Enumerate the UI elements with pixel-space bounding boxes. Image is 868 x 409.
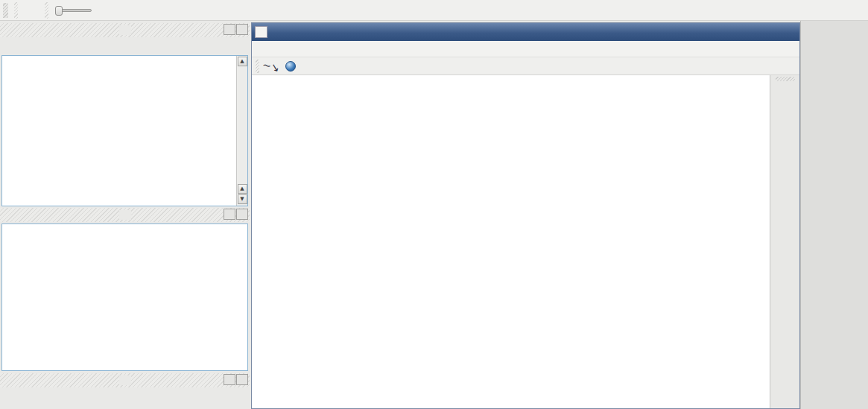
project-tree bbox=[2, 56, 247, 57]
project-panel-title bbox=[0, 25, 250, 35]
visibility-float-button[interactable] bbox=[224, 374, 235, 385]
setup-panel-title bbox=[0, 210, 250, 220]
zoom-slider-handle[interactable] bbox=[55, 6, 63, 16]
setup-close-button[interactable] bbox=[236, 209, 248, 220]
layout-3d-scene bbox=[252, 75, 770, 408]
scroll-up-button[interactable]: ▲ bbox=[238, 57, 247, 66]
layout-titlebar[interactable] bbox=[252, 23, 799, 41]
layout-window: ∼↘ bbox=[251, 22, 800, 409]
setup-panel-header bbox=[0, 208, 250, 222]
scroll-down-button[interactable]: ▼ bbox=[238, 194, 247, 204]
zoom-slider bbox=[56, 9, 96, 12]
project-close-button[interactable] bbox=[236, 24, 248, 35]
layout-canvas[interactable] bbox=[252, 75, 770, 408]
menubar-drag-handle[interactable] bbox=[3, 3, 8, 18]
setup-tree bbox=[2, 224, 247, 227]
project-tree-panel: ▲ ▲ ▼ bbox=[1, 55, 248, 206]
sphere-button[interactable] bbox=[282, 59, 299, 74]
project-float-button[interactable] bbox=[224, 24, 235, 35]
setup-float-button[interactable] bbox=[224, 209, 235, 220]
draw-curve-button[interactable]: ∼↘ bbox=[263, 59, 279, 74]
zoom-slider-track[interactable] bbox=[56, 9, 92, 12]
layout-menubar bbox=[252, 41, 799, 57]
visibility-close-button[interactable] bbox=[236, 374, 248, 385]
layout-toolbar: ∼↘ bbox=[252, 57, 799, 75]
app-root: { "menubar": { "items": ["File", "Edit",… bbox=[0, 0, 868, 409]
menubar-separator bbox=[14, 2, 18, 19]
rf-window-icon bbox=[255, 26, 267, 38]
scroll-up-button-2[interactable]: ▲ bbox=[238, 184, 247, 194]
main-menubar bbox=[0, 0, 868, 21]
setup-tree-panel bbox=[1, 223, 248, 371]
curve-icon: ∼↘ bbox=[262, 58, 282, 74]
view-toolbar bbox=[770, 75, 799, 408]
menubar-separator-2 bbox=[45, 2, 48, 19]
view-toolbar-handle[interactable] bbox=[776, 77, 795, 81]
visibility-panel-title bbox=[0, 375, 250, 385]
toolbar-drag-handle[interactable] bbox=[256, 60, 259, 73]
project-panel-header bbox=[0, 23, 250, 37]
side-tab-bar bbox=[800, 21, 868, 409]
project-tree-scrollbar[interactable]: ▲ ▲ ▼ bbox=[236, 56, 247, 206]
visibility-panel-header bbox=[0, 373, 250, 387]
sphere-icon bbox=[285, 61, 296, 72]
